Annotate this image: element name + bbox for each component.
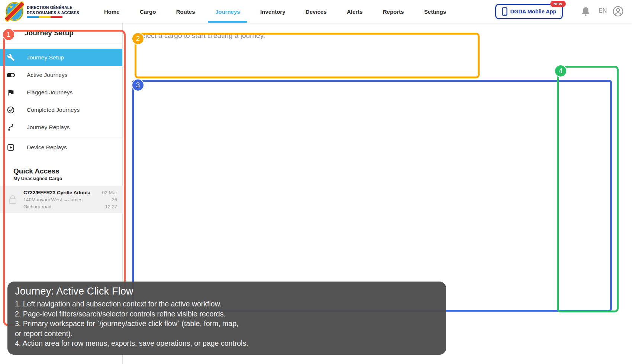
route-icon: [6, 123, 15, 132]
sidebar-divider: [0, 137, 122, 137]
sidebar-item-label: Journey Replays: [27, 124, 70, 131]
sidebar-item-flagged-journeys[interactable]: Flagged Journeys: [0, 84, 122, 101]
logo-line2: DES DOUANES & ACCISES: [27, 10, 79, 16]
annotation-box-workspace: [132, 80, 612, 312]
nav-item-cargo[interactable]: Cargo: [140, 0, 156, 23]
sidebar-item-active-journeys[interactable]: Active Journeys: [0, 66, 122, 84]
nav-item-journeys[interactable]: Journeys: [215, 0, 240, 23]
check-circle-icon: [6, 105, 15, 114]
tooltip-title: Journey: Active Click Flow: [15, 286, 439, 297]
nav-item-settings[interactable]: Settings: [424, 0, 446, 23]
bell-icon: [581, 7, 590, 17]
sidebar-item-completed-journeys[interactable]: Completed Journeys: [0, 101, 122, 118]
dgda-logo[interactable]: ★ DIRECTION GÉNÉRALE DES DOUANES & ACCIS…: [5, 1, 79, 22]
wrench-icon: [6, 53, 15, 62]
annotation-tooltip: Journey: Active Click Flow 1. Left navig…: [7, 282, 446, 355]
nav-item-reports[interactable]: Reports: [383, 0, 404, 23]
language-selector[interactable]: EN: [599, 7, 607, 14]
tricolor-bar: [27, 16, 62, 18]
tooltip-line-5: 4. Action area for row menus, exports, s…: [15, 338, 439, 348]
sidebar-item-journey-setup[interactable]: Journey Setup: [0, 49, 122, 66]
new-badge: NEW: [550, 1, 566, 7]
sidebar-menu: Journey Setup Active Journeys Flagged Jo…: [0, 43, 122, 156]
toggle-icon: [6, 71, 15, 79]
tooltip-line-2: 2. Page-level filters/search/selector co…: [15, 309, 439, 319]
unassigned-cargo-card[interactable]: C722/EFFR23 Cyrille Adoula 140Manyani We…: [0, 186, 123, 213]
cargo-date-year: 26: [102, 196, 117, 203]
cargo-route-line1: 140Manyani West →James: [23, 196, 90, 203]
cargo-route-line2: Gichuru road: [23, 203, 90, 210]
notifications-button[interactable]: [581, 7, 590, 17]
tooltip-line-4: or report content).: [15, 329, 439, 339]
cargo-date: 02 Mar: [102, 189, 117, 196]
quick-access-title: Quick Access: [13, 167, 122, 175]
tooltip-line-1: 1. Left navigation and subsection contex…: [15, 299, 439, 309]
sidebar-section-title: Journey Setup: [0, 23, 122, 43]
logo-line1: DIRECTION GÉNÉRALE: [27, 5, 79, 10]
lock-icon: [8, 194, 17, 205]
sidebar-item-label: Completed Journeys: [27, 107, 80, 113]
cargo-time: 12:27: [102, 203, 117, 210]
tooltip-line-3: 3. Primary workspace for `/journey/activ…: [15, 319, 439, 329]
annotation-box-actions: [557, 66, 619, 312]
main-navigation: Home Cargo Routes Journeys Inventory Dev…: [104, 0, 446, 23]
nav-item-routes[interactable]: Routes: [176, 0, 195, 23]
flag-icon: [6, 88, 15, 97]
cargo-title: C722/EFFR23 Cyrille Adoula: [23, 189, 90, 196]
quick-access-subtitle: My Unassigned Cargo: [13, 176, 122, 181]
nav-item-home[interactable]: Home: [104, 0, 120, 23]
nav-item-alerts[interactable]: Alerts: [347, 0, 363, 23]
annotation-badge-4: 4: [554, 65, 567, 77]
sidebar-item-label: Journey Setup: [27, 54, 64, 61]
top-navbar: ★ DIRECTION GÉNÉRALE DES DOUANES & ACCIS…: [0, 0, 632, 23]
empty-state-message: Select a cargo to start creating a journ…: [137, 32, 265, 40]
nav-item-devices[interactable]: Devices: [306, 0, 327, 23]
phone-icon: [502, 7, 507, 16]
sidebar-item-device-replays[interactable]: Device Replays: [0, 139, 122, 156]
dgda-shield-icon: ★: [5, 1, 24, 22]
annotation-badge-3: 3: [132, 79, 144, 91]
sidebar-item-label: Active Journeys: [27, 72, 67, 78]
sidebar-item-label: Flagged Journeys: [27, 89, 72, 96]
user-menu-button[interactable]: [613, 6, 623, 17]
mobile-app-label: DGDA Mobile App: [510, 9, 557, 14]
sidebar-item-label: Device Replays: [27, 144, 67, 151]
sidebar-item-journey-replays[interactable]: Journey Replays: [0, 118, 122, 136]
play-square-icon: [6, 143, 15, 152]
nav-item-inventory[interactable]: Inventory: [260, 0, 286, 23]
person-circle-icon: [613, 6, 623, 17]
